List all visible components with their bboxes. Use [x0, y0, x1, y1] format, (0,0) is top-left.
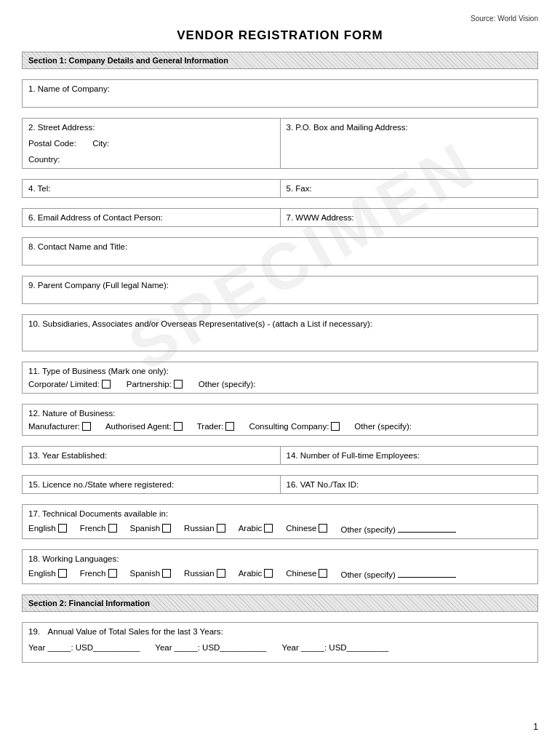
field17-chinese-group: Chinese: [286, 524, 327, 533]
field4-5-table: 4. Tel: 5. Fax:: [22, 179, 538, 198]
field18-english-checkbox[interactable]: [58, 569, 67, 578]
field18-spanish-label: Spanish: [130, 569, 161, 578]
field19-header: 19. Annual Value of Total Sales for the …: [28, 627, 532, 636]
field17-french-checkbox[interactable]: [108, 524, 117, 533]
field10-table: 10. Subsidiaries, Associates and/or Over…: [22, 314, 538, 351]
field12-agent-group: Authorised Agent:: [105, 422, 183, 431]
field12-agent-label: Authorised Agent:: [105, 422, 172, 431]
field18-chinese-checkbox[interactable]: [319, 569, 327, 578]
source-label: Source: World Vision: [22, 15, 538, 23]
field8-table: 8. Contact Name and Title:: [22, 237, 538, 266]
field19-year3: Year _____: USD_________: [282, 643, 389, 652]
field11-corporate-label: Corporate/ Limited:: [28, 380, 100, 389]
field12-other-label: Other (specify):: [354, 422, 412, 431]
field15-16-table: 15. Licence no./State where registered: …: [22, 475, 538, 494]
field17-other-value[interactable]: [398, 522, 456, 533]
field17-spanish-label: Spanish: [130, 524, 161, 533]
field11-partnership-group: Partnership:: [127, 380, 183, 389]
field18-cell: 18. Working Languages: English French Sp…: [23, 550, 538, 584]
field12-consulting-label: Consulting Company:: [249, 422, 329, 431]
field11-corporate-group: Corporate/ Limited:: [28, 380, 111, 389]
field11-other-label: Other (specify):: [199, 380, 256, 389]
field18-chinese-group: Chinese: [286, 569, 327, 578]
field15-cell: 15. Licence no./State where registered:: [23, 476, 281, 494]
field17-french-group: French: [80, 524, 117, 533]
page-title: VENDOR REGISTRATION FORM: [22, 28, 538, 43]
field5-cell: 5. Fax:: [280, 180, 538, 198]
field2-3-table: 2. Street Address: Postal Code: City: Co…: [22, 118, 538, 169]
page-number: 1: [533, 722, 538, 732]
field19-year2: Year _____: USD__________: [155, 643, 266, 652]
field1-table: 1. Name of Company:: [22, 79, 538, 108]
field2-cell: 2. Street Address: Postal Code: City: Co…: [23, 119, 281, 169]
field12-consulting-checkbox[interactable]: [331, 422, 340, 431]
field17-spanish-group: Spanish: [130, 524, 172, 533]
field2c-row: Country:: [28, 155, 274, 164]
section2-header: Section 2: Financial Information: [22, 594, 538, 612]
field17-russian-group: Russian: [184, 524, 225, 533]
field12-cell: 12. Nature of Business: Manufacturer: Au…: [23, 405, 538, 436]
field8-cell: 8. Contact Name and Title:: [23, 238, 538, 266]
field12-manufacturer-group: Manufacturer:: [28, 422, 91, 431]
field11-corporate-checkbox[interactable]: [102, 380, 111, 389]
field18-options: English French Spanish Russian: [28, 567, 532, 579]
field12-manufacturer-label: Manufacturer:: [28, 422, 80, 431]
field17-spanish-checkbox[interactable]: [162, 524, 171, 533]
field11-options: Corporate/ Limited: Partnership: Other (…: [28, 380, 532, 389]
field14-cell: 14. Number of Full-time Employees:: [280, 447, 538, 465]
field18-other-label: Other (specify): [340, 567, 456, 579]
field17-other-label: Other (specify): [340, 522, 456, 534]
field17-russian-label: Russian: [184, 524, 215, 533]
field11-partnership-label: Partnership:: [127, 380, 172, 389]
field19-table: 19. Annual Value of Total Sales for the …: [22, 622, 538, 663]
field6-7-table: 6. Email Address of Contact Person: 7. W…: [22, 208, 538, 227]
field12-agent-checkbox[interactable]: [174, 422, 183, 431]
field18-russian-checkbox[interactable]: [217, 569, 225, 578]
field18-arabic-label: Arabic: [239, 569, 263, 578]
field17-arabic-checkbox[interactable]: [264, 524, 273, 533]
field1-cell: 1. Name of Company:: [23, 80, 538, 108]
field11-partnership-checkbox[interactable]: [174, 380, 183, 389]
field7-cell: 7. WWW Address:: [280, 209, 538, 227]
field3-cell: 3. P.O. Box and Mailing Address:: [280, 119, 538, 169]
field13-14-table: 13. Year Established: 14. Number of Full…: [22, 446, 538, 465]
field17-arabic-label: Arabic: [239, 524, 263, 533]
field18-other-value[interactable]: [398, 567, 456, 578]
field19-year1: Year _____: USD__________: [28, 643, 140, 652]
field6-cell: 6. Email Address of Contact Person:: [23, 209, 281, 227]
field18-russian-group: Russian: [184, 569, 225, 578]
field12-trader-group: Trader:: [197, 422, 235, 431]
field18-spanish-checkbox[interactable]: [162, 569, 171, 578]
field18-arabic-checkbox[interactable]: [264, 569, 273, 578]
field18-french-label: French: [80, 569, 106, 578]
field12-manufacturer-checkbox[interactable]: [82, 422, 91, 431]
field4-cell: 4. Tel:: [23, 180, 281, 198]
field10-cell: 10. Subsidiaries, Associates and/or Over…: [23, 315, 538, 351]
field19-cell: 19. Annual Value of Total Sales for the …: [23, 623, 538, 663]
field17-chinese-checkbox[interactable]: [319, 524, 327, 533]
field18-arabic-group: Arabic: [239, 569, 273, 578]
field18-table: 18. Working Languages: English French Sp…: [22, 549, 538, 584]
field9-table: 9. Parent Company (Full legal Name):: [22, 276, 538, 304]
field19-years: Year _____: USD__________ Year _____: US…: [28, 643, 532, 658]
field17-arabic-group: Arabic: [239, 524, 273, 533]
field12-trader-checkbox[interactable]: [225, 422, 234, 431]
field17-russian-checkbox[interactable]: [217, 524, 225, 533]
field17-english-label: English: [28, 524, 56, 533]
field18-english-label: English: [28, 569, 56, 578]
field18-french-group: French: [80, 569, 117, 578]
field18-russian-label: Russian: [184, 569, 215, 578]
field18-french-checkbox[interactable]: [108, 569, 117, 578]
field12-options: Manufacturer: Authorised Agent: Trader:: [28, 422, 532, 431]
field18-english-group: English: [28, 569, 67, 578]
field17-english-checkbox[interactable]: [58, 524, 67, 533]
field17-table: 17. Technical Documents available in: En…: [22, 504, 538, 539]
field17-options: English French Spanish Russian: [28, 522, 532, 534]
field11-table: 11. Type of Business (Mark one only): Co…: [22, 362, 538, 394]
field17-label: 17. Technical Documents available in:: [28, 509, 532, 518]
field11-label: 11. Type of Business (Mark one only):: [28, 367, 532, 375]
field17-chinese-label: Chinese: [286, 524, 316, 533]
field18-label: 18. Working Languages:: [28, 554, 532, 563]
section1-header: Section 1: Company Details and General I…: [22, 52, 538, 69]
field16-cell: 16. VAT No./Tax ID:: [280, 476, 538, 494]
